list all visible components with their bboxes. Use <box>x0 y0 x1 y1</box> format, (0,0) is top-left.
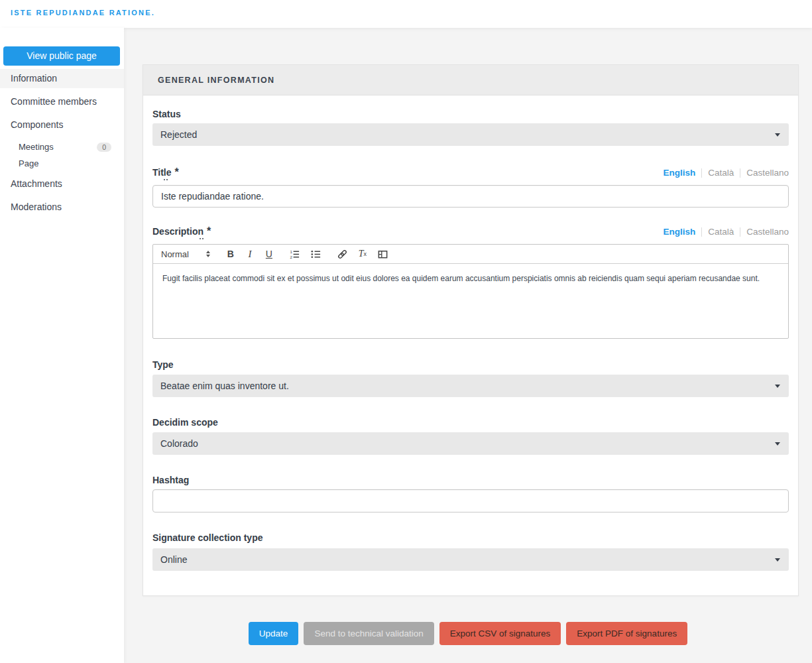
link-icon[interactable] <box>337 247 348 261</box>
paragraph-style-select[interactable]: Normal <box>161 249 210 259</box>
caret-down-icon <box>775 385 780 388</box>
description-language-tabs: English Català Castellano <box>657 227 789 237</box>
hashtag-input[interactable] <box>152 489 789 512</box>
scope-field-group: Decidim scope Colorado <box>152 418 789 455</box>
svg-text:1: 1 <box>290 249 292 253</box>
type-field-group: Type Beatae enim quas inventore ut. <box>152 360 789 397</box>
video-icon[interactable] <box>377 247 388 261</box>
label-dots <box>200 238 201 239</box>
sidebar-item-moderations[interactable]: Moderations <box>0 198 124 217</box>
tab-english[interactable]: English <box>657 168 701 178</box>
main-content: GENERAL INFORMATION Status Rejected Titl… <box>124 28 812 663</box>
signature-type-label: Signature collection type <box>152 533 789 542</box>
update-button[interactable]: Update <box>249 622 299 645</box>
italic-icon[interactable]: I <box>245 247 255 261</box>
signature-type-field-group: Signature collection type Online <box>152 533 789 571</box>
description-field-group: Description* English Català Castellano N… <box>152 227 789 339</box>
tab-english[interactable]: English <box>657 227 701 237</box>
clear-formatting-icon[interactable]: Tx <box>358 247 367 261</box>
tab-castellano[interactable]: Castellano <box>740 227 789 237</box>
card-header: GENERAL INFORMATION <box>143 65 798 95</box>
sidebar-nav: Information Committee members Components… <box>0 69 124 221</box>
hashtag-field-group: Hashtag <box>152 475 789 512</box>
svg-text:2: 2 <box>290 255 292 259</box>
tab-castellano[interactable]: Castellano <box>740 168 789 178</box>
caret-down-icon <box>775 442 780 446</box>
title-input[interactable] <box>152 185 789 208</box>
type-select[interactable]: Beatae enim quas inventore ut. <box>152 375 789 397</box>
tab-catala[interactable]: Català <box>701 168 740 178</box>
export-csv-button[interactable]: Export CSV of signatures <box>439 622 561 645</box>
status-select[interactable]: Rejected <box>152 123 789 146</box>
underline-icon[interactable]: U <box>264 247 274 261</box>
status-label: Status <box>152 109 789 119</box>
sidebar-item-attachments[interactable]: Attachments <box>0 174 124 194</box>
type-label: Type <box>152 360 789 369</box>
tab-catala[interactable]: Català <box>701 227 740 237</box>
scope-select[interactable]: Colorado <box>152 432 789 455</box>
sidebar: View public page Information Committee m… <box>0 28 124 663</box>
scope-label: Decidim scope <box>152 418 789 427</box>
rich-text-editor: Normal B I U <box>152 244 789 339</box>
ordered-list-icon[interactable]: 1 2 <box>289 247 300 261</box>
view-public-page-button[interactable]: View public page <box>3 46 120 66</box>
sidebar-item-components[interactable]: Components <box>0 115 124 135</box>
sidebar-item-information[interactable]: Information <box>0 69 124 88</box>
editor-toolbar: Normal B I U <box>153 245 788 264</box>
meetings-count-badge: 0 <box>97 143 111 152</box>
status-field-group: Status Rejected <box>152 109 789 146</box>
topbar: ISTE REPUDIANDAE RATIONE. <box>0 0 812 28</box>
bullet-list-icon[interactable] <box>310 247 321 261</box>
send-technical-validation-button[interactable]: Send to technical validation <box>304 622 434 645</box>
title-language-tabs: English Català Castellano <box>657 168 789 178</box>
required-mark: * <box>175 166 179 178</box>
title-field-group: Title* English Català Castellano <box>152 168 789 208</box>
sidebar-item-committee-members[interactable]: Committee members <box>0 92 124 111</box>
export-pdf-button[interactable]: Export PDF of signatures <box>566 622 687 645</box>
updown-arrows-icon <box>206 251 210 257</box>
signature-type-select[interactable]: Online <box>152 548 789 571</box>
description-editor-content[interactable]: Fugit facilis placeat commodi sit ex et … <box>153 264 788 338</box>
title-label: Title <box>152 168 172 177</box>
label-dots <box>164 179 165 180</box>
card-body: Status Rejected Title* English Català Ca <box>143 95 798 595</box>
bold-icon[interactable]: B <box>226 247 235 261</box>
card-title: GENERAL INFORMATION <box>158 76 274 85</box>
sidebar-item-page[interactable]: Page <box>0 155 124 172</box>
general-information-card: GENERAL INFORMATION Status Rejected Titl… <box>143 64 799 596</box>
sidebar-item-meetings[interactable]: Meetings 0 <box>0 139 124 155</box>
caret-down-icon <box>775 133 780 137</box>
caret-down-icon <box>775 558 780 562</box>
required-mark: * <box>207 225 211 237</box>
form-actions: Update Send to technical validation Expo… <box>124 622 812 645</box>
description-label: Description <box>152 227 203 236</box>
organization-logo[interactable]: ISTE REPUDIANDAE RATIONE. <box>11 9 155 17</box>
hashtag-label: Hashtag <box>152 475 789 485</box>
